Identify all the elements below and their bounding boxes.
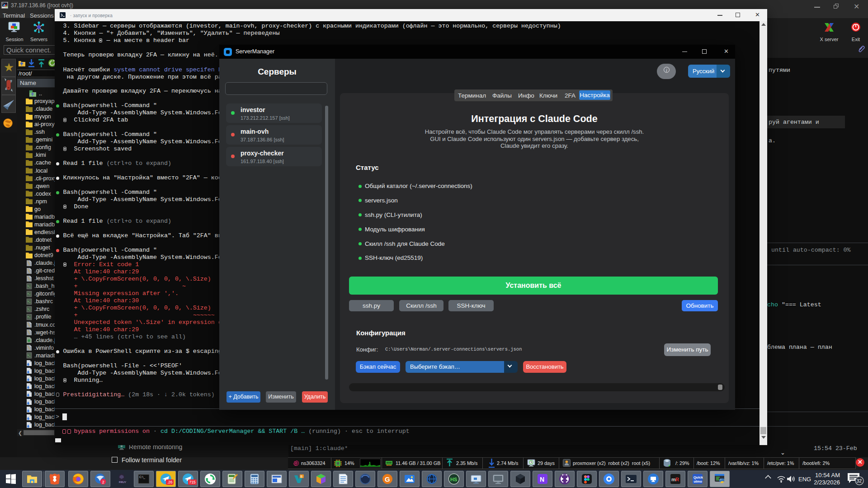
svg-text:32: 32 (857, 478, 862, 483)
svg-text:2: 2 (102, 480, 104, 484)
svg-text:>_: >_ (28, 300, 31, 303)
svg-text:>_: >_ (28, 292, 31, 295)
svg-text:>_: >_ (28, 308, 31, 310)
svg-text:>_: >_ (28, 285, 31, 287)
svg-text:utmo: utmo (694, 479, 703, 483)
svg-text:Quick: Quick (693, 475, 703, 479)
svg-text:>: > (2, 2, 4, 5)
svg-text:B: B (301, 475, 303, 478)
svg-text:>_: >_ (28, 354, 31, 357)
svg-text:>_: >_ (28, 315, 31, 318)
svg-text:C:\_: C:\_ (139, 475, 145, 479)
svg-text:G: G (385, 475, 390, 483)
svg-text:R: R (675, 477, 679, 482)
svg-text:HS: HS (450, 477, 457, 482)
svg-text:FRUY: FRUY (119, 481, 126, 483)
svg-text:N: N (540, 476, 544, 483)
